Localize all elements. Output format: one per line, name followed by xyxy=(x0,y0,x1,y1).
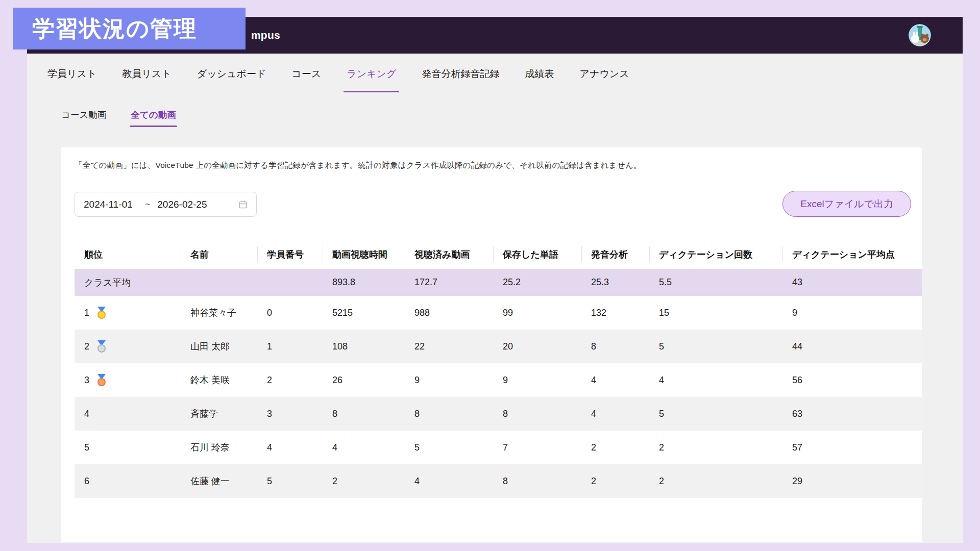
cell-pronunciation: 2 xyxy=(581,464,649,498)
cell-saved-words: 9 xyxy=(493,363,581,397)
avg-cell-dictation-average: 43 xyxy=(782,269,922,296)
secondary-nav: コース動画全ての動画 xyxy=(27,105,963,127)
export-excel-button[interactable]: Excelファイルで出力 xyxy=(782,191,911,217)
cell-saved-words: 8 xyxy=(493,464,581,498)
cell-videos-watched: 5 xyxy=(405,431,493,464)
subnav-tab-course-videos[interactable]: コース動画 xyxy=(60,105,107,127)
cell-rank: 3 xyxy=(75,363,181,397)
student-row-1: 1神谷菜々子0521598899132159 xyxy=(75,296,922,330)
date-range-picker[interactable]: 2024-11-01 ~ 2026-02-25 xyxy=(75,192,257,217)
page-title-overlay: 学習状況の管理 xyxy=(13,8,246,49)
cell-rank: 4 xyxy=(75,397,181,431)
cell-dictation-count: 2 xyxy=(649,464,782,498)
cell-student-id: 1 xyxy=(257,330,323,363)
date-start-value[interactable]: 2024-11-01 xyxy=(84,199,133,210)
cell-videos-watched: 988 xyxy=(405,296,493,330)
nav-tab-dashboard[interactable]: ダッシュボード xyxy=(196,54,267,92)
avg-cell-dictation-count: 5.5 xyxy=(649,269,782,296)
cell-pronunciation: 4 xyxy=(581,397,649,431)
cell-saved-words: 99 xyxy=(493,296,581,330)
cell-pronunciation: 4 xyxy=(581,363,649,397)
rank-number: 6 xyxy=(84,476,89,487)
column-header-dictation-count: ディクテーション回数 xyxy=(649,240,782,269)
nav-tab-teachers[interactable]: 教員リスト xyxy=(121,54,172,92)
rank-number: 4 xyxy=(84,409,89,419)
cell-saved-words: 20 xyxy=(493,330,581,363)
cell-watch-time: 108 xyxy=(323,330,405,363)
nav-tab-ranking[interactable]: ランキング xyxy=(346,54,397,92)
nav-tab-courses[interactable]: コース xyxy=(290,54,322,92)
cell-watch-time: 26 xyxy=(323,363,405,397)
bronze-medal-icon xyxy=(96,374,107,386)
column-header-videos-watched: 視聴済み動画 xyxy=(405,240,493,269)
ranking-table: 順位名前学員番号動画視聴時間視聴済み動画保存した単語発音分析ディクテーション回数… xyxy=(75,240,922,498)
avg-cell-saved-words: 25.2 xyxy=(493,269,581,296)
nav-tab-grades[interactable]: 成績表 xyxy=(524,54,555,92)
avg-cell-videos-watched: 172.7 xyxy=(405,269,493,296)
user-avatar[interactable] xyxy=(909,24,931,46)
cell-student-id: 3 xyxy=(257,397,323,431)
column-header-name: 名前 xyxy=(181,240,257,269)
rank-number: 5 xyxy=(84,442,89,453)
cell-pronunciation: 132 xyxy=(581,296,649,330)
column-header-pronunciation: 発音分析 xyxy=(581,240,649,269)
cell-dictation-average: 56 xyxy=(782,363,922,397)
nav-tab-announcements[interactable]: アナウンス xyxy=(578,54,630,92)
cell-name: 斉藤学 xyxy=(181,397,257,431)
column-header-student-id: 学員番号 xyxy=(257,240,323,269)
table-header-row: 順位名前学員番号動画視聴時間視聴済み動画保存した単語発音分析ディクテーション回数… xyxy=(75,240,922,269)
cell-saved-words: 7 xyxy=(493,431,581,464)
subnav-tab-all-videos[interactable]: 全ての動画 xyxy=(130,105,177,127)
panel-description: 「全ての動画」には、VoiceTube 上の全動画に対する学習記録が含まれます。… xyxy=(75,160,642,171)
campus-logo-text: mpus xyxy=(251,17,280,54)
cell-dictation-count: 5 xyxy=(649,330,782,363)
cell-dictation-average: 63 xyxy=(782,397,922,431)
ranking-panel: 「全ての動画」には、VoiceTube 上の全動画に対する学習記録が含まれます。… xyxy=(61,147,922,542)
cell-saved-words: 8 xyxy=(493,397,581,431)
cell-watch-time: 8 xyxy=(323,397,405,431)
nav-tab-students[interactable]: 学員リスト xyxy=(46,54,97,92)
student-row-4: 4斉藤学38884563 xyxy=(75,397,922,431)
avatar-illustration-icon xyxy=(909,24,931,46)
cell-videos-watched: 8 xyxy=(405,397,493,431)
cell-name: 神谷菜々子 xyxy=(181,296,257,330)
cell-student-id: 0 xyxy=(257,296,323,330)
cell-student-id: 4 xyxy=(257,431,323,464)
cell-videos-watched: 22 xyxy=(405,330,493,363)
cell-watch-time: 5215 xyxy=(323,296,405,330)
cell-rank: 2 xyxy=(75,330,181,363)
cell-name: 鈴木 美咲 xyxy=(181,363,257,397)
cell-rank: 5 xyxy=(75,431,181,464)
column-header-rank: 順位 xyxy=(75,240,181,269)
cell-dictation-average: 44 xyxy=(782,330,922,363)
nav-tab-pronunciation-records[interactable]: 発音分析録音記録 xyxy=(421,54,500,92)
cell-watch-time: 4 xyxy=(323,431,405,464)
avg-cell-pronunciation: 25.3 xyxy=(581,269,649,296)
cell-name: 石川 玲奈 xyxy=(181,431,257,464)
cell-dictation-count: 15 xyxy=(649,296,782,330)
cell-dictation-count: 2 xyxy=(649,431,782,464)
avg-cell-name xyxy=(181,269,257,296)
cell-pronunciation: 8 xyxy=(581,330,649,363)
rank-number: 2 xyxy=(84,341,89,352)
cell-dictation-average: 57 xyxy=(782,431,922,464)
cell-dictation-count: 5 xyxy=(649,397,782,431)
cell-rank: 1 xyxy=(75,296,181,330)
cell-name: 佐藤 健一 xyxy=(181,464,257,498)
primary-nav: 学員リスト教員リストダッシュボードコースランキング発音分析録音記録成績表アナウン… xyxy=(27,54,963,92)
rank-number: 3 xyxy=(84,375,89,386)
class-average-row: クラス平均893.8172.725.225.35.543 xyxy=(75,269,922,296)
silver-medal-icon xyxy=(96,340,107,353)
date-range-separator: ~ xyxy=(145,199,151,210)
cell-videos-watched: 9 xyxy=(405,363,493,397)
cell-dictation-count: 4 xyxy=(649,363,782,397)
cell-rank: 6 xyxy=(75,464,181,498)
calendar-icon[interactable] xyxy=(238,200,248,209)
student-row-6: 6佐藤 健一52482229 xyxy=(75,464,922,498)
avg-cell-student-id xyxy=(257,269,323,296)
column-header-dictation-average: ディクテーション平均点 xyxy=(782,240,922,269)
gold-medal-icon xyxy=(96,307,107,319)
avg-cell-watch-time: 893.8 xyxy=(323,269,405,296)
date-end-value[interactable]: 2026-02-25 xyxy=(157,199,207,210)
cell-dictation-average: 29 xyxy=(782,464,922,498)
